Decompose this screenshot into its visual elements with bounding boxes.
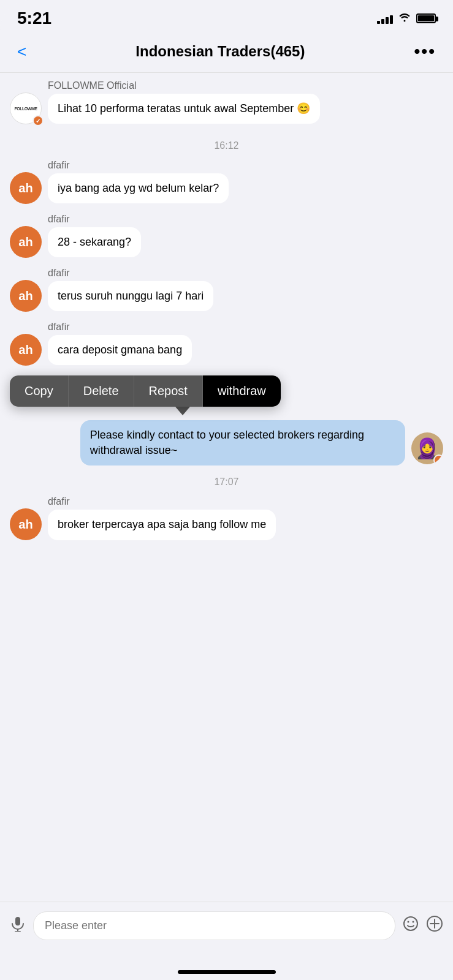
message-content: FOLLOWME Official Lihat 10 performa tera… — [48, 80, 320, 124]
message-content: dfafir 28 - sekarang? — [48, 214, 141, 257]
avatar: FOLLOWME ✓ — [10, 92, 42, 124]
avatar: ah — [10, 280, 42, 312]
message-group: ah dfafir 28 - sekarang? — [0, 214, 453, 258]
back-button[interactable]: < — [12, 40, 31, 64]
avatar: ah — [10, 172, 42, 204]
avatar: ah — [10, 226, 42, 258]
message-bubble: iya bang ada yg wd belum kelar? — [48, 173, 229, 203]
wifi-icon — [398, 12, 411, 25]
delete-button[interactable]: Delete — [69, 375, 134, 407]
verified-badge: ✓ — [433, 454, 443, 464]
copy-button[interactable]: Copy — [10, 375, 69, 407]
status-bar: 5:21 — [0, 0, 453, 33]
message-bubble: 28 - sekarang? — [48, 227, 141, 257]
message-sender: dfafir — [48, 268, 213, 279]
chat-title: Indonesian Traders(465) — [135, 43, 305, 60]
message-bubble: Lihat 10 performa teratas untuk awal Sep… — [48, 94, 320, 124]
message-sender: dfafir — [48, 160, 229, 171]
status-time: 5:21 — [17, 9, 51, 28]
header: < Indonesian Traders(465) ••• — [0, 33, 453, 73]
right-message-group: 🧕 ✓ Please kindly contact to your select… — [0, 420, 453, 466]
battery-icon — [416, 13, 436, 23]
timestamp: 16:12 — [0, 140, 453, 151]
message-bubble: Please kindly contact to your selected b… — [80, 420, 405, 466]
add-button[interactable] — [426, 915, 443, 937]
timestamp: 17:07 — [0, 477, 453, 488]
verified-badge: ✓ — [32, 115, 44, 126]
message-group: ah dfafir cara deposit gmana bang — [0, 322, 453, 366]
svg-point-3 — [404, 917, 417, 930]
message-group: ah dfafir iya bang ada yg wd belum kelar… — [0, 160, 453, 204]
message-content: dfafir broker terpercaya apa saja bang f… — [48, 496, 276, 540]
message-sender: dfafir — [48, 496, 276, 507]
svg-point-5 — [413, 921, 414, 923]
microphone-button[interactable] — [10, 916, 26, 936]
avatar: ah — [10, 334, 42, 366]
context-menu-arrow — [175, 407, 190, 415]
status-icons — [377, 12, 436, 25]
message-sender: dfafir — [48, 214, 141, 225]
avatar: ah — [10, 508, 42, 540]
emoji-button[interactable] — [403, 916, 419, 936]
message-bubble: terus suruh nunggu lagi 7 hari — [48, 281, 213, 311]
more-options-button[interactable]: ••• — [409, 39, 441, 64]
message-group: ah dfafir broker terpercaya apa saja ban… — [0, 496, 453, 540]
message-content: Please kindly contact to your selected b… — [80, 420, 405, 466]
message-group: ah dfafir terus suruh nunggu lagi 7 hari — [0, 268, 453, 312]
home-indicator — [178, 970, 276, 974]
chat-area: FOLLOWME ✓ FOLLOWME Official Lihat 10 pe… — [0, 73, 453, 899]
svg-point-4 — [408, 921, 409, 923]
message-content: dfafir cara deposit gmana bang — [48, 322, 192, 365]
message-content: dfafir iya bang ada yg wd belum kelar? — [48, 160, 229, 203]
svg-rect-0 — [15, 917, 20, 925]
message-input[interactable] — [33, 911, 395, 940]
message-content: dfafir terus suruh nunggu lagi 7 hari — [48, 268, 213, 311]
signal-icon — [377, 13, 393, 24]
input-bar — [0, 902, 453, 949]
context-menu-wrapper: Copy Delete Repost withdraw — [0, 375, 453, 415]
message-bubble: cara deposit gmana bang — [48, 335, 192, 365]
message-sender: dfafir — [48, 322, 192, 333]
repost-button[interactable]: Repost — [134, 375, 203, 407]
message-group: FOLLOWME ✓ FOLLOWME Official Lihat 10 pe… — [0, 80, 453, 124]
message-bubble: broker terpercaya apa saja bang follow m… — [48, 510, 276, 540]
context-menu: Copy Delete Repost withdraw — [10, 375, 281, 407]
avatar: 🧕 ✓ — [411, 432, 443, 464]
withdraw-button[interactable]: withdraw — [203, 375, 281, 407]
message-sender: FOLLOWME Official — [48, 80, 320, 91]
